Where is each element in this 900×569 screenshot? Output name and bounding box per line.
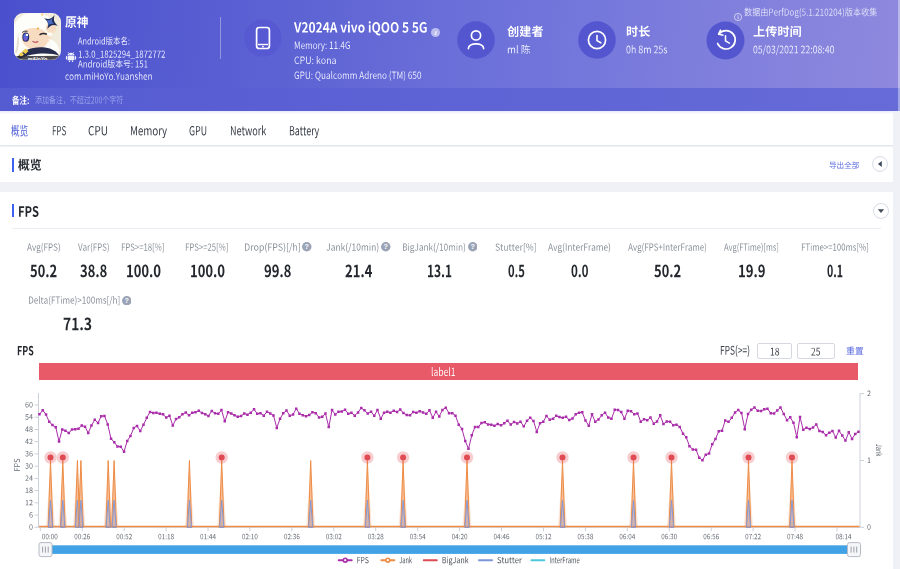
svg-text:?: ?	[124, 297, 128, 305]
svg-text:?: ?	[384, 243, 388, 251]
svg-text:i: i	[434, 29, 436, 36]
svg-text:?: ?	[470, 243, 474, 251]
svg-text:?: ?	[305, 243, 309, 251]
